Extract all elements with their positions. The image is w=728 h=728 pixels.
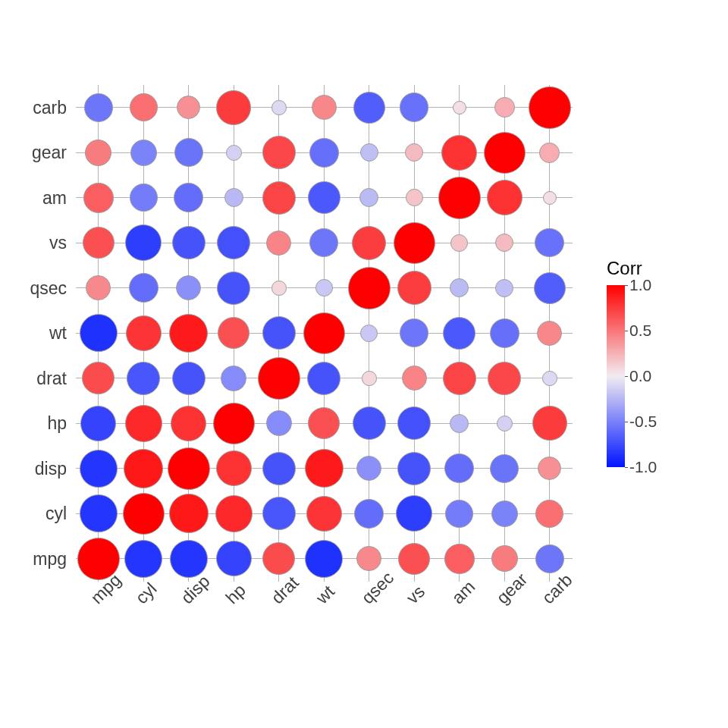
corr-dot <box>539 143 560 163</box>
x-tick-label: vs <box>403 582 429 608</box>
legend-tick-label: 1.0 <box>629 276 651 294</box>
corr-dot <box>308 181 340 214</box>
corr-dot <box>169 314 208 353</box>
corr-dot <box>402 366 427 391</box>
corr-dot <box>172 226 206 259</box>
corr-dot <box>537 321 562 346</box>
corr-dot <box>441 135 477 171</box>
corr-dot <box>487 180 522 215</box>
corr-dot <box>80 314 118 352</box>
corr-dot <box>305 540 343 578</box>
corr-dot <box>262 136 296 169</box>
corr-dot <box>262 316 296 350</box>
corr-dot <box>303 312 346 355</box>
corr-dot <box>216 450 252 486</box>
corr-dot <box>312 95 337 120</box>
corr-dot <box>397 271 431 305</box>
corr-dot <box>535 544 564 573</box>
corr-dot <box>169 494 209 533</box>
corr-dot <box>86 275 111 300</box>
corr-dot <box>125 224 162 261</box>
legend-bar: 1.00.50.0-0.5-1.0 <box>607 285 670 467</box>
corr-dot <box>497 416 513 431</box>
corr-dot <box>495 279 513 297</box>
corr-dot <box>543 191 557 205</box>
corr-dot <box>400 318 428 347</box>
corr-dot <box>262 452 296 485</box>
chart-container: carbgearamvsqsecwtdrathpdispcylmpg mpgcy… <box>0 0 728 728</box>
corr-dot <box>444 544 475 574</box>
corr-dot <box>450 278 469 297</box>
corr-dot <box>213 403 256 445</box>
corr-dot <box>354 499 384 529</box>
corr-dot <box>266 410 292 436</box>
corr-dot <box>443 317 475 350</box>
y-tick-label: mpg <box>0 548 67 569</box>
corr-dot <box>353 406 386 440</box>
corr-dot <box>356 456 381 481</box>
corr-dot <box>218 317 249 349</box>
corr-dot <box>353 92 385 124</box>
corr-dot <box>124 449 163 488</box>
corr-dot <box>398 543 430 575</box>
legend-tick-label: 0.0 <box>629 367 651 385</box>
corr-dot <box>174 183 203 212</box>
y-tick-label: wt <box>0 323 67 344</box>
corr-dot <box>362 371 377 386</box>
corr-dot <box>359 188 378 207</box>
corr-dot <box>171 406 206 441</box>
corr-dot <box>396 495 432 532</box>
corr-dot <box>266 231 291 256</box>
corr-dot <box>400 93 429 122</box>
corr-dot <box>80 406 116 441</box>
corr-dot <box>484 132 526 174</box>
y-tick-label: hp <box>0 413 67 434</box>
y-tick-label: carb <box>0 97 67 118</box>
corr-dot <box>176 275 201 300</box>
corr-dot <box>216 541 252 576</box>
corr-dot <box>85 140 111 166</box>
corr-dot <box>315 279 333 297</box>
corr-dot <box>495 234 513 252</box>
corr-dot <box>130 93 158 121</box>
x-tick-label: hp <box>222 580 250 608</box>
corr-dot <box>532 406 567 441</box>
corr-dot <box>221 366 246 391</box>
corr-dot <box>443 362 476 395</box>
x-tick-label: cyl <box>132 579 162 608</box>
y-tick-label: cyl <box>0 504 67 524</box>
corr-dot <box>170 540 208 578</box>
corr-dot <box>82 362 115 394</box>
corr-dot <box>542 371 557 386</box>
legend-tick-label: -1.0 <box>629 458 657 476</box>
x-tick-label: wt <box>312 582 339 608</box>
corr-dot <box>126 315 162 351</box>
corr-dot <box>535 500 563 528</box>
corr-dot <box>394 222 436 265</box>
corr-dot <box>177 96 200 119</box>
corr-dot <box>215 495 253 532</box>
corr-dot <box>217 226 250 259</box>
corr-dot <box>535 228 564 258</box>
corr-dot <box>309 228 338 257</box>
corr-dot <box>405 143 423 162</box>
corr-dot <box>174 138 203 167</box>
corr-dot <box>450 414 469 433</box>
corr-dot <box>348 267 391 309</box>
corr-dot <box>271 100 287 115</box>
corr-dot <box>491 500 518 527</box>
corr-dot <box>224 188 243 207</box>
corr-dot <box>306 496 342 532</box>
corr-dot <box>80 494 118 532</box>
y-tick-label: am <box>0 187 67 208</box>
legend-tick-label: -0.5 <box>629 413 657 431</box>
corr-dot <box>450 234 468 252</box>
corr-dot <box>538 457 561 480</box>
corr-dot <box>124 540 162 578</box>
corr-dot <box>491 545 518 572</box>
corr-dot <box>129 273 158 303</box>
corr-dot <box>83 227 115 259</box>
y-tick-label: qsec <box>0 278 67 298</box>
corr-dot <box>80 450 118 488</box>
corr-dot <box>84 93 113 122</box>
